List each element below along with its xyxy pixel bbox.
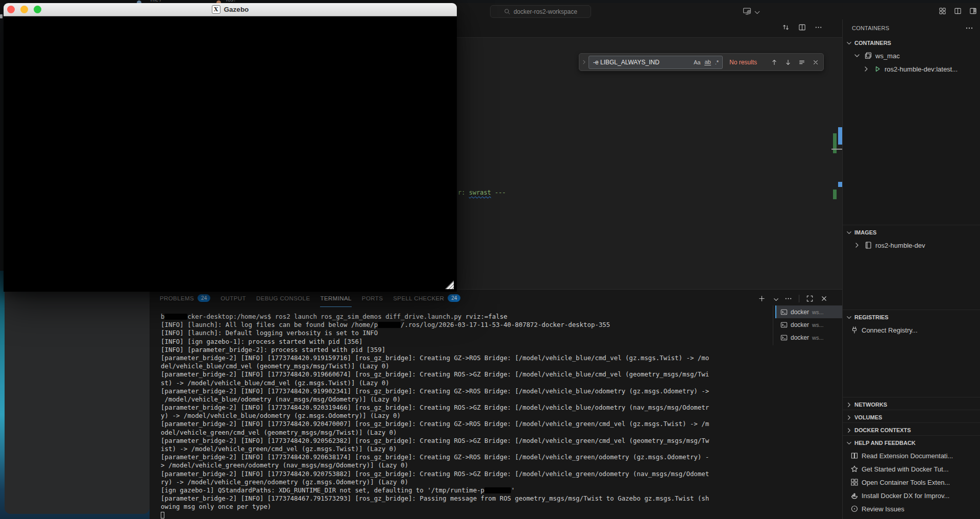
gazebo-viewport[interactable] — [4, 16, 457, 292]
panel-tab-label: TERMINAL — [320, 295, 351, 301]
close-traffic-light[interactable] — [7, 6, 15, 13]
sidebar-section-images: IMAGESros2-humble-dev — [843, 225, 980, 310]
panel-tab-label: PROBLEMS — [160, 295, 194, 301]
tree-item[interactable]: Get Started with Docker Tut... — [843, 462, 980, 476]
editor-actions — [782, 23, 822, 31]
terminal-dropdown-icon[interactable] — [772, 296, 778, 301]
panel-tab-debug-console[interactable]: DEBUG CONSOLE — [256, 290, 310, 307]
spellcheck-word: swrast — [469, 189, 491, 196]
tree-item[interactable]: Review Issues — [843, 502, 980, 515]
terminal-line: ry) -> /model/vehicle_green/odometry (gz… — [161, 478, 709, 486]
tree-item[interactable]: Read Extension Documentati... — [843, 449, 980, 462]
close-find-icon[interactable] — [812, 59, 819, 66]
tree-item[interactable]: ros2-humble-dev — [843, 239, 980, 252]
section-header-networks[interactable]: NETWORKS — [843, 398, 980, 410]
terminal-group-item[interactable]: dockerws... — [775, 331, 842, 344]
toggle-panel-icon[interactable] — [969, 7, 977, 15]
regex-icon[interactable]: .* — [715, 59, 719, 65]
divider — [799, 295, 799, 302]
overview-ruler-search-mark — [838, 127, 842, 145]
find-widget: -e LIBGL_ALWAYS_IND Aa ab .* No results — [579, 53, 824, 71]
tree-item-label: ros2-humble-dev — [875, 242, 925, 249]
tree-item[interactable]: Install Docker DX for Improv... — [843, 489, 980, 502]
chevron-down-icon — [845, 314, 853, 321]
panel-tab-ports[interactable]: PORTS — [362, 290, 383, 307]
terminal-line: y) -> /model/vehicle_blue/odometry (gz.m… — [161, 412, 709, 420]
grid-icon — [850, 478, 859, 486]
terminal-line: owing msg only once per type) — [161, 503, 709, 511]
new-terminal-icon[interactable] — [758, 295, 766, 302]
sidebar-section-containers: CONTAINERSws_macros2-humble-dev:latest..… — [843, 36, 980, 225]
panel-tab-label: DEBUG CONSOLE — [256, 295, 310, 301]
whole-word-icon[interactable]: ab — [704, 59, 710, 65]
terminal-output: bcker-desktop:/home/ws$ ros2 launch ros_… — [161, 313, 709, 519]
terminal-group-item[interactable]: dockerws... — [775, 305, 842, 318]
terminal-line — [161, 511, 709, 519]
tree-item-label: Review Issues — [862, 505, 904, 513]
section-header-docker-contexts[interactable]: DOCKER CONTEXTS — [843, 424, 980, 436]
next-match-icon[interactable] — [785, 59, 792, 66]
compose-icon — [864, 52, 872, 60]
command-center[interactable]: docker-ros2-workspace — [490, 5, 591, 18]
terminal-icon — [780, 321, 788, 328]
chevron-right-icon — [845, 414, 853, 421]
previous-match-icon[interactable] — [771, 59, 778, 66]
find-in-selection-icon[interactable] — [798, 59, 805, 66]
redacted-text — [484, 487, 511, 493]
terminal-line: st) -> /model/vehicle_blue/cmd_vel (gz.m… — [161, 379, 709, 387]
background-blip — [0, 14, 3, 18]
terminal-line: [INFO] [launch]: Default logging verbosi… — [161, 329, 709, 337]
tree-item[interactable]: ws_mac — [843, 49, 980, 62]
customize-layout-icon[interactable] — [939, 7, 946, 15]
panel-tab-terminal[interactable]: TERMINAL — [320, 290, 351, 307]
background-window — [5, 284, 150, 514]
toggle-replace-icon[interactable] — [579, 59, 589, 65]
tree-item[interactable]: Connect Registry... — [843, 323, 980, 337]
open-changes-icon[interactable] — [782, 23, 790, 31]
terminal-group-item[interactable]: dockerws... — [775, 318, 842, 331]
terminal-group-list: dockerws...dockerws...dockerws... — [775, 305, 842, 344]
match-case-icon[interactable]: Aa — [694, 59, 700, 65]
chevron-right-icon — [845, 401, 853, 409]
panel-tab-label: SPELL CHECKER — [393, 295, 444, 301]
zoom-traffic-light[interactable] — [34, 6, 41, 13]
panel-tab-spell-checker[interactable]: SPELL CHECKER24 — [393, 290, 460, 307]
chevron-right-icon — [845, 427, 853, 434]
terminal-icon — [780, 334, 788, 341]
redacted-text — [164, 314, 187, 320]
close-panel-icon[interactable] — [820, 295, 828, 302]
tree-item[interactable]: ros2-humble-dev:latest... — [843, 62, 980, 76]
tree-item-label: ws_mac — [875, 52, 900, 60]
minimize-traffic-light[interactable] — [20, 6, 28, 13]
split-editor-icon[interactable] — [798, 23, 806, 31]
more-actions-icon[interactable] — [815, 23, 822, 31]
panel-tab-label: OUTPUT — [220, 295, 246, 301]
tree-item-label: Install Docker DX for Improv... — [862, 492, 949, 500]
section-header-images[interactable]: IMAGES — [843, 226, 980, 239]
docker-sidebar-sections: CONTAINERSws_macros2-humble-dev:latest..… — [843, 19, 980, 519]
panel-tab-output[interactable]: OUTPUT — [220, 290, 246, 307]
find-input[interactable]: -e LIBGL_ALWAYS_IND Aa ab .* — [589, 56, 723, 69]
panel-more-icon[interactable] — [785, 295, 792, 302]
tree-item-label: Connect Registry... — [862, 326, 918, 334]
terminal-line: [INFO] [parameter_bridge-2]: process sta… — [161, 346, 709, 354]
divider — [773, 305, 773, 345]
star-icon — [850, 465, 859, 473]
section-header-volumes[interactable]: VOLUMES — [843, 411, 980, 423]
screencast-indicator[interactable] — [743, 7, 758, 15]
split-editor-layout-icon[interactable] — [954, 7, 962, 15]
section-header-containers[interactable]: CONTAINERS — [843, 37, 980, 49]
chevron-down-icon — [753, 8, 758, 14]
tree-item[interactable]: Open Container Tools Exten... — [843, 476, 980, 489]
chevron-right-icon — [862, 65, 870, 73]
tree-item[interactable]: Report Issue — [843, 515, 980, 519]
maximize-panel-icon[interactable] — [806, 295, 814, 302]
section-header-help[interactable]: HELP AND FEEDBACK — [843, 437, 980, 449]
tree-item-label: Read Extension Documentati... — [862, 452, 953, 460]
chevron-down-icon — [845, 39, 853, 47]
chevron-right-icon — [853, 241, 861, 249]
gazebo-titlebar[interactable] — [4, 3, 457, 16]
panel-tab-problems[interactable]: PROBLEMS24 — [160, 290, 210, 307]
overview-ruler-git-mark — [833, 190, 837, 199]
section-header-registries[interactable]: REGISTRIES — [843, 311, 980, 323]
